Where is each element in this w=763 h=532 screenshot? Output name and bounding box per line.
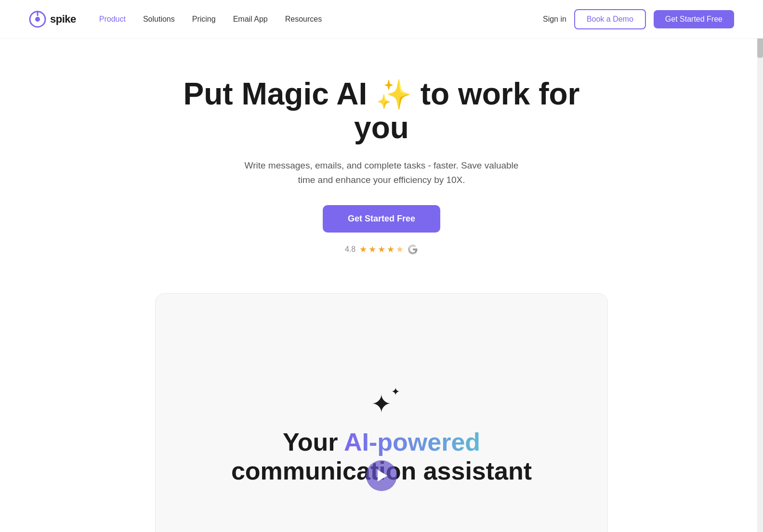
video-title-gradient: AI-powered [344, 428, 480, 456]
book-demo-button[interactable]: Book a Demo [574, 9, 646, 29]
sign-in-link[interactable]: Sign in [543, 15, 566, 24]
nav-link-pricing[interactable]: Pricing [192, 15, 216, 23]
star-5: ★ [396, 244, 404, 255]
hero-title-before: Put Magic AI [184, 77, 368, 111]
video-title-before: Your [283, 428, 344, 456]
rating-row: 4.8 ★ ★ ★ ★ ★ [345, 244, 418, 255]
hero-sparkle-emoji: ✨ [376, 79, 412, 111]
star-2: ★ [368, 244, 376, 255]
nav-link-solutions[interactable]: Solutions [143, 15, 175, 23]
star-4: ★ [387, 244, 395, 255]
play-button[interactable] [366, 460, 397, 491]
nav-links: Product Solutions Pricing Email App Reso… [99, 15, 322, 24]
nav-link-email-app[interactable]: Email App [233, 15, 268, 23]
nav-link-resources[interactable]: Resources [285, 15, 322, 23]
sparkle-cluster: ✦ ✦ [371, 389, 392, 418]
navbar-left: spike Product Solutions Pricing Email Ap… [29, 11, 322, 28]
logo-text: spike [50, 13, 76, 26]
nav-link-product[interactable]: Product [99, 15, 126, 23]
star-3: ★ [378, 244, 385, 255]
hero-cta-button[interactable]: Get Started Free [323, 205, 440, 233]
hero-section: Put Magic AI ✨ to work for you Write mes… [0, 39, 763, 274]
video-card: ✦ ✦ Your AI-powered communication assist… [155, 293, 608, 532]
nav-item-pricing[interactable]: Pricing [192, 15, 216, 24]
nav-item-solutions[interactable]: Solutions [143, 15, 175, 24]
get-started-nav-button[interactable]: Get Started Free [654, 10, 734, 28]
logo-link[interactable]: spike [29, 11, 76, 28]
google-icon [408, 244, 418, 255]
nav-item-email-app[interactable]: Email App [233, 15, 268, 24]
small-sparkle-icon: ✦ [391, 386, 400, 398]
spike-logo-icon [29, 11, 46, 28]
scrollbar[interactable] [757, 0, 763, 532]
main-sparkle-icon: ✦ [371, 390, 392, 418]
svg-point-1 [35, 17, 40, 22]
navbar: spike Product Solutions Pricing Email Ap… [0, 0, 763, 39]
star-rating: ★ ★ ★ ★ ★ [359, 244, 404, 255]
rating-score: 4.8 [345, 245, 355, 254]
star-1: ★ [359, 244, 367, 255]
nav-item-product[interactable]: Product [99, 15, 126, 24]
nav-item-resources[interactable]: Resources [285, 15, 322, 24]
navbar-right: Sign in Book a Demo Get Started Free [543, 9, 734, 29]
play-triangle-icon [378, 470, 387, 481]
video-card-container: ✦ ✦ Your AI-powered communication assist… [0, 274, 763, 532]
hero-title: Put Magic AI ✨ to work for you [165, 77, 598, 145]
hero-subtitle: Write messages, emails, and complete tas… [237, 158, 526, 188]
